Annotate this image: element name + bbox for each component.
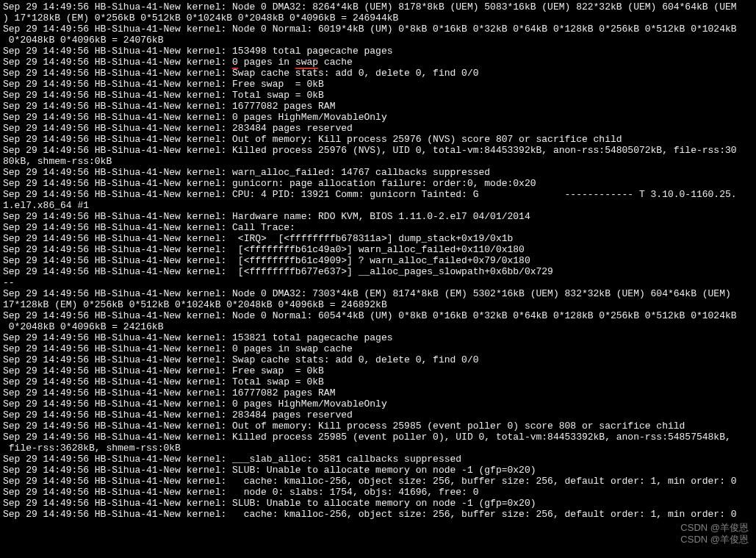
- log-line: Sep 29 14:49:56 HB-Sihua-41-New kernel: …: [3, 68, 753, 79]
- log-line-wrap: 17*128kB (EM) 0*256kB 0*512kB 0*1024kB 0…: [3, 299, 753, 310]
- log-line: Sep 29 14:49:56 HB-Sihua-41-New kernel: …: [3, 421, 753, 432]
- log-line: Sep 29 14:49:56 HB-Sihua-41-New kernel: …: [3, 145, 753, 156]
- log-line: Sep 29 14:49:56 HB-Sihua-41-New kernel: …: [3, 387, 753, 398]
- log-line: Sep 29 14:49:56 HB-Sihua-41-New kernel: …: [3, 178, 753, 189]
- log-line: Sep 29 14:49:56 HB-Sihua-41-New kernel: …: [3, 288, 753, 299]
- log-line: Sep 29 14:49:56 HB-Sihua-41-New kernel: …: [3, 310, 753, 321]
- log-line: Sep 29 14:49:56 HB-Sihua-41-New kernel: …: [3, 498, 753, 509]
- log-line: Sep 29 14:49:56 HB-Sihua-41-New kernel: …: [3, 167, 753, 178]
- log-line: Sep 29 14:49:56 HB-Sihua-41-New kernel: …: [3, 1, 753, 12]
- watermark-top: CSDN @羊俊恩: [680, 522, 749, 533]
- log-line: Sep 29 14:49:56 HB-Sihua-41-New kernel: …: [3, 255, 753, 266]
- log-line: Sep 29 14:49:56 HB-Sihua-41-New kernel: …: [3, 222, 753, 233]
- log-line: Sep 29 14:49:56 HB-Sihua-41-New kernel: …: [3, 465, 753, 476]
- log-line: Sep 29 14:49:56 HB-Sihua-41-New kernel: …: [3, 46, 753, 57]
- log-line: Sep 29 14:49:56 HB-Sihua-41-New kernel: …: [3, 376, 753, 387]
- log-separator: --: [3, 277, 753, 288]
- log-line: Sep 29 14:49:56 HB-Sihua-41-New kernel: …: [3, 354, 753, 365]
- log-line-highlighted: Sep 29 14:49:56 HB-Sihua-41-New kernel: …: [3, 57, 753, 68]
- log-line: Sep 29 14:49:56 HB-Sihua-41-New kernel: …: [3, 432, 753, 443]
- log-line: Sep 29 14:49:56 HB-Sihua-41-New kernel: …: [3, 487, 753, 498]
- log-line: Sep 29 14:49:56 HB-Sihua-41-New kernel: …: [3, 233, 753, 244]
- log-line-wrap: 0*2048kB 0*4096kB = 24076kB: [3, 35, 753, 46]
- log-line: Sep 29 14:49:56 HB-Sihua-41-New kernel: …: [3, 123, 753, 134]
- log-line-wrap: ) 17*128kB (EM) 0*256kB 0*512kB 0*1024kB…: [3, 12, 753, 24]
- log-line: Sep 29 14:49:56 HB-Sihua-41-New kernel: …: [3, 476, 753, 487]
- log-line: Sep 29 14:49:56 HB-Sihua-41-New kernel: …: [3, 266, 753, 277]
- log-line: Sep 29 14:49:56 HB-Sihua-41-New kernel: …: [3, 79, 753, 90]
- log-line: Sep 29 14:49:56 HB-Sihua-41-New kernel: …: [3, 211, 753, 222]
- log-line: Sep 29 14:49:56 HB-Sihua-41-New kernel: …: [3, 112, 753, 123]
- log-line-wrap: file-rss:3628kB, shmem-rss:0kB: [3, 443, 753, 454]
- log-line-wrap: 80kB, shmem-rss:0kB: [3, 156, 753, 167]
- log-line-wrap: 1.el7.x86_64 #1: [3, 200, 753, 211]
- log-line: Sep 29 14:49:56 HB-Sihua-41-New kernel: …: [3, 365, 753, 376]
- log-line: Sep 29 14:49:56 HB-Sihua-41-New kernel: …: [3, 332, 753, 343]
- log-line: Sep 29 14:49:56 HB-Sihua-41-New kernel: …: [3, 24, 753, 35]
- log-line: Sep 29 14:49:56 HB-Sihua-41-New kernel: …: [3, 244, 753, 255]
- log-line: Sep 29 14:49:56 HB-Sihua-41-New kernel: …: [3, 509, 753, 520]
- log-line-wrap: 0*2048kB 0*4096kB = 24216kB: [3, 321, 753, 332]
- terminal-log: Sep 29 14:49:56 HB-Sihua-41-New kernel: …: [0, 0, 756, 521]
- log-line: Sep 29 14:49:56 HB-Sihua-41-New kernel: …: [3, 343, 753, 354]
- log-line: Sep 29 14:49:56 HB-Sihua-41-New kernel: …: [3, 134, 753, 145]
- log-line: Sep 29 14:49:56 HB-Sihua-41-New kernel: …: [3, 189, 753, 200]
- log-line: Sep 29 14:49:56 HB-Sihua-41-New kernel: …: [3, 90, 753, 101]
- log-line: Sep 29 14:49:56 HB-Sihua-41-New kernel: …: [3, 398, 753, 409]
- log-line: Sep 29 14:49:56 HB-Sihua-41-New kernel: …: [3, 101, 753, 112]
- log-line: Sep 29 14:49:56 HB-Sihua-41-New kernel: …: [3, 409, 753, 421]
- watermark-bottom: CSDN @羊俊恩: [680, 534, 749, 545]
- log-line: Sep 29 14:49:56 HB-Sihua-41-New kernel: …: [3, 454, 753, 465]
